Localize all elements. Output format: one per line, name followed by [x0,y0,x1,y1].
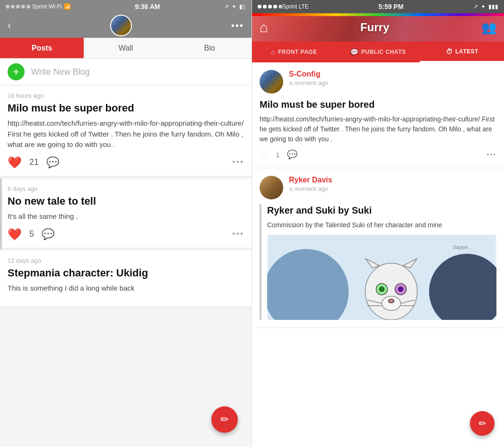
feed-post-2-content: Ryker and Suki by Suki Commission by the… [260,204,496,320]
left-nav-bar: ‹ ••• [0,13,252,38]
post-item-3: 12 days ago Stepmania character: Ukidig … [0,250,252,309]
feed-username-1[interactable]: S-Config [289,70,328,78]
post-actions-1: ❤️ 21 💬 ••• [8,156,244,169]
r-dot-3 [268,5,272,9]
right-tab-bar: ⌂ FRONT PAGE 💬 PUBLIC CHATS ⏱ LATEST [252,42,504,62]
feed-image-2: Sappir... [267,235,496,320]
post-title-3[interactable]: Stepmania character: Ukidig [8,267,244,279]
post-title-1[interactable]: Milo must be super bored [8,102,244,114]
feed-time-2: a moment ago [289,185,332,192]
right-location-icon: ↗ [473,3,478,10]
feed-username-2[interactable]: Ryker Davis [289,176,332,184]
post-body-2: It's all the same thing . [8,211,244,222]
comment-button-1[interactable]: 💬 [46,156,59,169]
signal-dot-5 [26,5,30,9]
right-time: 5:59 PM [378,3,403,10]
feed-time-1: a moment ago [289,79,328,86]
write-blog-row: + Write New Blog [0,59,252,86]
feed-title-2[interactable]: Ryker and Suki by Suki [267,204,496,216]
r-dot-2 [263,5,267,9]
tab-public-chats[interactable]: 💬 PUBLIC CHATS [336,42,420,62]
back-button[interactable]: ‹ [8,19,11,32]
like-button-1[interactable]: ❤️ [8,156,22,169]
post-border-2 [260,204,261,320]
left-status-right: ↗ ✦ ▮▯ [224,3,246,10]
feed-comment-button-1[interactable]: 💬 [287,149,297,160]
home-button[interactable]: ⌂ [260,19,268,35]
right-battery-icon: ▮▮▮ [488,3,498,10]
feed-body-1: http://heatst.com/tech/furries-angry-wit… [260,114,496,144]
bluetooth-icon: ✦ [232,3,236,10]
r-dot-1 [258,5,261,9]
public-chats-icon: 💬 [350,48,359,56]
add-post-button[interactable]: + [8,63,25,80]
feed-title-1[interactable]: Milo must be super bored [260,98,496,111]
write-blog-label[interactable]: Write New Blog [31,67,90,77]
r-dot-5 [278,5,282,9]
left-status-bar: Sprint Wi-Fi 📶 9:36 AM ↗ ✦ ▮▯ [0,0,252,13]
like-button-2[interactable]: ❤️ [8,228,22,241]
right-header: ⌂ Furry 👥 [252,13,504,42]
feed-post-header-1: S-Config a moment ago [260,70,496,94]
signal-dot-2 [11,5,15,9]
svg-point-11 [389,299,394,303]
left-time: 9:36 AM [135,3,160,10]
location-icon: ↗ [224,3,229,10]
feed-like-count-1: 1 [276,151,279,159]
right-feed: S-Config a moment ago Milo must be super… [252,62,504,447]
feed-user-info-2: Ryker Davis a moment ago [289,176,332,192]
right-status-bar: Sprint LTE 5:59 PM ↗ ✦ ▮▮▮ [252,0,504,13]
avatar[interactable] [110,15,132,36]
feed-body-2: Commission by the Talented Suki of her c… [267,220,496,230]
public-chats-label: PUBLIC CHATS [361,49,406,55]
more-options-icon[interactable]: ••• [231,20,244,31]
signal-dot-4 [21,5,25,9]
feed-more-button-1[interactable]: ••• [487,151,496,158]
comment-button-2[interactable]: 💬 [42,228,54,241]
feed-like-button-1[interactable]: ♡ [260,149,268,160]
post-body-1: http://heatst.com/tech/furries-angry-wit… [8,118,244,150]
post-time-2: 6 days ago [8,185,244,192]
right-bluetooth-icon: ✦ [481,3,486,10]
right-fab-button[interactable]: ✏ [470,411,495,436]
post-item-2: 6 days ago No new tale to tell It's all … [0,179,252,250]
tab-front-page[interactable]: ⌂ FRONT PAGE [252,42,336,62]
more-button-2[interactable]: ••• [232,229,244,239]
latest-label: LATEST [455,48,478,55]
post-title-2[interactable]: No new tale to tell [8,195,244,207]
front-page-label: FRONT PAGE [278,49,317,55]
battery-icon: ▮▯ [239,3,246,10]
post-body-3: This is something I did a long while bac… [8,283,244,294]
r-dot-4 [273,5,277,9]
svg-point-7 [380,287,384,292]
signal-dot-1 [6,5,9,9]
like-count-1: 21 [29,157,39,167]
front-page-icon: ⌂ [271,48,275,56]
left-signal-area: Sprint Wi-Fi 📶 [6,3,71,10]
more-button-1[interactable]: ••• [232,157,244,167]
feed-post-2-inner: Ryker and Suki by Suki Commission by the… [267,204,496,320]
post-item-1: 16 hours ago Milo must be super bored ht… [0,86,252,179]
header-rainbow [252,13,504,16]
feed-post-header-2: Ryker Davis a moment ago [260,176,496,199]
svg-point-9 [399,287,403,292]
users-button[interactable]: 👥 [481,20,496,35]
tab-latest[interactable]: ⏱ LATEST [420,42,504,62]
left-fab-icon: ✏ [220,413,229,426]
tab-posts[interactable]: Posts [0,38,84,58]
like-count-2: 5 [29,229,34,239]
signal-dots [6,5,30,9]
left-fab-button[interactable]: ✏ [211,406,238,433]
posts-list: 16 hours ago Milo must be super bored ht… [0,86,252,447]
post-time-1: 16 hours ago [8,92,244,99]
right-carrier: Sprint LTE [282,3,309,10]
post-actions-2: ❤️ 5 💬 ••• [8,228,244,241]
left-carrier-text: Sprint Wi-Fi [32,3,62,10]
post-time-3: 12 days ago [8,257,244,264]
header-title: Furry [360,21,389,34]
left-tab-bar: Posts Wall Bio [0,38,252,59]
tab-bio[interactable]: Bio [168,38,252,58]
tab-wall[interactable]: Wall [84,38,167,58]
left-wifi-icon: 📶 [64,3,71,10]
feed-avatar-2 [260,176,283,199]
